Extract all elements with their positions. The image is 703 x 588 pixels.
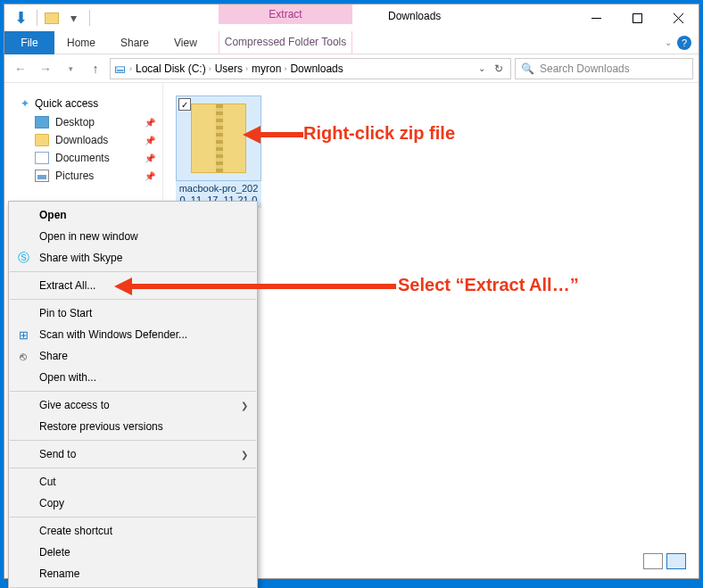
breadcrumb[interactable]: Users›	[215, 62, 248, 75]
folder-icon	[45, 12, 59, 24]
menu-give-access[interactable]: Give access to❯	[9, 394, 257, 416]
desktop-icon	[35, 116, 49, 128]
menu-extract-all[interactable]: Extract All...	[9, 275, 257, 296]
qat-dropdown-icon[interactable]: ▾	[64, 9, 82, 27]
refresh-icon[interactable]: ↻	[491, 62, 507, 75]
tab-home[interactable]: Home	[54, 31, 108, 54]
menu-rename[interactable]: Rename	[9, 563, 257, 584]
menu-pin-to-start[interactable]: Pin to Start	[9, 302, 257, 324]
checkbox-icon[interactable]: ✓	[178, 98, 191, 111]
tab-share[interactable]: Share	[108, 31, 161, 54]
search-input[interactable]: 🔍 Search Downloads	[515, 58, 693, 79]
up-button[interactable]: ↑	[85, 58, 106, 79]
zip-icon	[191, 104, 246, 173]
menu-open[interactable]: Open	[9, 204, 257, 226]
back-button[interactable]: ←	[10, 58, 31, 79]
pin-icon: 📌	[145, 118, 155, 128]
close-button[interactable]	[658, 4, 699, 31]
sidebar-item-downloads[interactable]: Downloads📌	[4, 131, 162, 149]
sidebar-item-desktop[interactable]: Desktop📌	[4, 113, 162, 131]
zip-file-item[interactable]: ✓ macbook-pro_2020_11_17_11-21-0	[176, 95, 261, 208]
menu-send-to[interactable]: Send to❯	[9, 443, 257, 465]
breadcrumb[interactable]: Downloads	[290, 62, 343, 75]
large-icons-view-button[interactable]	[666, 553, 686, 569]
menu-delete[interactable]: Delete	[9, 542, 257, 563]
menu-share[interactable]: ⎋Share	[9, 345, 257, 367]
pin-icon: 📌	[145, 171, 155, 181]
drive-icon: 🖴	[114, 62, 126, 75]
svg-rect-1	[633, 13, 641, 22]
ribbon-expand-icon[interactable]: ⌄	[665, 37, 672, 47]
pin-icon: 📌	[145, 136, 155, 145]
down-arrow-icon[interactable]: ⬇	[12, 9, 29, 27]
minimize-button[interactable]	[575, 4, 616, 31]
details-view-button[interactable]	[643, 553, 663, 569]
menu-restore-versions[interactable]: Restore previous versions	[9, 416, 257, 437]
maximize-button[interactable]	[616, 4, 658, 31]
pictures-icon	[35, 170, 49, 182]
menu-cut[interactable]: Cut	[9, 471, 257, 493]
shield-icon: ⊞	[16, 327, 30, 342]
context-menu: Open Open in new window ⓈShare with Skyp…	[8, 201, 258, 588]
address-box[interactable]: 🖴 › Local Disk (C:)› Users› myron› Downl…	[110, 58, 511, 79]
recent-dropdown-icon[interactable]: ▾	[60, 58, 81, 79]
search-placeholder: Search Downloads	[540, 62, 630, 75]
address-bar: ← → ▾ ↑ 🖴 › Local Disk (C:)› Users› myro…	[4, 54, 699, 83]
chevron-right-icon[interactable]: ›	[129, 64, 132, 73]
titlebar: ⬇ ▾ Extract Downloads	[4, 4, 699, 31]
tab-compressed-tools[interactable]: Compressed Folder Tools	[219, 31, 352, 54]
sidebar-item-pictures[interactable]: Pictures📌	[4, 167, 162, 185]
window-title: Downloads	[388, 10, 441, 22]
star-icon: ✦	[21, 97, 29, 110]
ribbon: File Home Share View Compressed Folder T…	[4, 31, 699, 54]
sidebar-item-documents[interactable]: Documents📌	[4, 149, 162, 167]
skype-icon: Ⓢ	[16, 251, 30, 265]
breadcrumb[interactable]: myron›	[252, 62, 286, 75]
breadcrumb[interactable]: Local Disk (C:)›	[136, 62, 211, 75]
menu-share-skype[interactable]: ⓈShare with Skype	[9, 247, 257, 269]
document-icon	[35, 152, 49, 164]
svg-rect-0	[591, 18, 601, 19]
help-icon[interactable]: ?	[677, 36, 691, 50]
chevron-right-icon: ❯	[241, 450, 248, 460]
file-tab[interactable]: File	[4, 31, 54, 54]
forward-button[interactable]: →	[35, 58, 56, 79]
menu-scan-defender[interactable]: ⊞Scan with Windows Defender...	[9, 324, 257, 345]
ribbon-context-tab[interactable]: Extract	[219, 4, 352, 24]
quick-access-header[interactable]: ✦ Quick access	[4, 94, 162, 113]
menu-copy[interactable]: Copy	[9, 493, 257, 514]
folder-icon	[35, 134, 49, 146]
share-icon: ⎋	[16, 349, 30, 363]
chevron-right-icon: ❯	[241, 401, 248, 410]
pin-icon: 📌	[145, 153, 155, 163]
tab-view[interactable]: View	[161, 31, 210, 54]
menu-create-shortcut[interactable]: Create shortcut	[9, 520, 257, 542]
search-icon: 🔍	[521, 62, 534, 75]
menu-open-with[interactable]: Open with...	[9, 367, 257, 388]
menu-open-new-window[interactable]: Open in new window	[9, 226, 257, 247]
address-dropdown-icon[interactable]: ⌄	[475, 63, 489, 73]
